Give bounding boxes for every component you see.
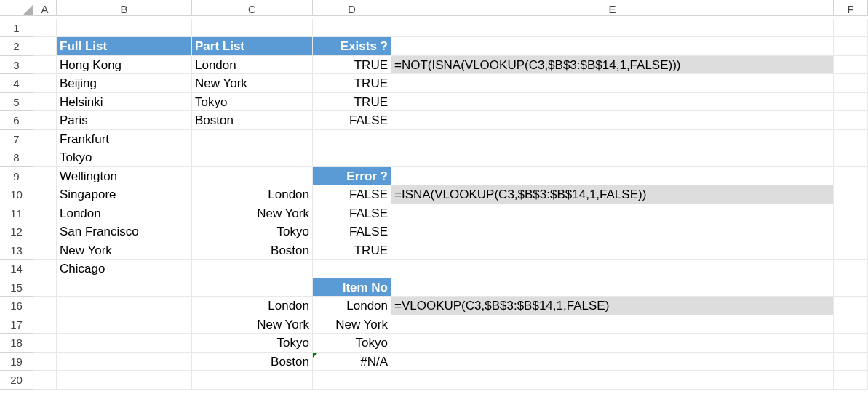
cell-C14[interactable] bbox=[192, 260, 313, 278]
cell-F17[interactable] bbox=[834, 315, 868, 334]
cell-F12[interactable] bbox=[834, 222, 868, 241]
cell-D3[interactable]: TRUE bbox=[313, 56, 391, 75]
cell-A20[interactable] bbox=[33, 371, 57, 390]
cell-E3[interactable]: =NOT(ISNA(VLOOKUP(C3,$B$3:$B$14,1,FALSE)… bbox=[391, 56, 834, 75]
cell-A13[interactable] bbox=[33, 241, 57, 260]
cell-A7[interactable] bbox=[33, 130, 57, 149]
cell-E20[interactable] bbox=[391, 371, 834, 390]
row-header-3[interactable]: 3 bbox=[0, 56, 33, 75]
cell-A4[interactable] bbox=[33, 74, 57, 93]
cell-B6[interactable]: Paris bbox=[57, 111, 192, 130]
cell-F11[interactable] bbox=[834, 204, 868, 223]
cell-A5[interactable] bbox=[33, 93, 57, 112]
cell-C16[interactable]: London bbox=[192, 297, 313, 315]
cell-E4[interactable] bbox=[391, 74, 834, 93]
cell-B13[interactable]: New York bbox=[57, 241, 192, 260]
col-header-A[interactable]: A bbox=[33, 0, 57, 16]
cell-D13[interactable]: TRUE bbox=[313, 241, 391, 260]
cell-F5[interactable] bbox=[834, 93, 868, 112]
cell-C11[interactable]: New York bbox=[192, 204, 313, 223]
cell-C10[interactable]: London bbox=[192, 185, 313, 204]
cell-A11[interactable] bbox=[33, 204, 57, 223]
cell-A2[interactable] bbox=[33, 37, 57, 56]
cell-F10[interactable] bbox=[834, 185, 868, 204]
cell-E10[interactable]: =ISNA(VLOOKUP(C3,$B$3:$B$14,1,FALSE)) bbox=[391, 185, 834, 204]
cell-F16[interactable] bbox=[834, 297, 868, 315]
cell-A19[interactable] bbox=[33, 353, 57, 371]
cell-B3[interactable]: Hong Kong bbox=[57, 56, 192, 75]
cell-F14[interactable] bbox=[834, 260, 868, 278]
cell-C12[interactable]: Tokyo bbox=[192, 222, 313, 241]
cell-A18[interactable] bbox=[33, 334, 57, 353]
cell-E16[interactable]: =VLOOKUP(C3,$B$3:$B$14,1,FALSE) bbox=[391, 297, 834, 315]
row-header-16[interactable]: 16 bbox=[0, 297, 33, 315]
cell-F1[interactable] bbox=[834, 19, 868, 38]
cell-E6[interactable] bbox=[391, 111, 834, 130]
cell-E8[interactable] bbox=[391, 148, 834, 167]
row-header-8[interactable]: 8 bbox=[0, 148, 33, 167]
select-all-corner[interactable] bbox=[0, 0, 33, 16]
cell-E13[interactable] bbox=[391, 241, 834, 260]
cell-A9[interactable] bbox=[33, 167, 57, 186]
cell-B1[interactable] bbox=[57, 19, 192, 38]
cell-C5[interactable]: Tokyo bbox=[192, 93, 313, 112]
cell-B16[interactable] bbox=[57, 297, 192, 315]
cell-B12[interactable]: San Francisco bbox=[57, 222, 192, 241]
cell-E2[interactable] bbox=[391, 37, 834, 56]
row-header-4[interactable]: 4 bbox=[0, 74, 33, 93]
cell-F19[interactable] bbox=[834, 353, 868, 371]
cell-D17[interactable]: New York bbox=[313, 315, 391, 334]
cell-D1[interactable] bbox=[313, 19, 391, 38]
cell-F7[interactable] bbox=[834, 130, 868, 149]
cell-C1[interactable] bbox=[192, 19, 313, 38]
cell-D4[interactable]: TRUE bbox=[313, 74, 391, 93]
cell-E14[interactable] bbox=[391, 260, 834, 278]
row-header-20[interactable]: 20 bbox=[0, 371, 33, 390]
col-header-D[interactable]: D bbox=[313, 0, 391, 16]
cell-A10[interactable] bbox=[33, 185, 57, 204]
cell-A3[interactable] bbox=[33, 56, 57, 75]
cell-D15[interactable]: Item No bbox=[313, 278, 391, 297]
cell-B7[interactable]: Frankfurt bbox=[57, 130, 192, 149]
cell-C7[interactable] bbox=[192, 130, 313, 149]
cell-D2[interactable]: Exists ? bbox=[313, 37, 391, 56]
cell-D12[interactable]: FALSE bbox=[313, 222, 391, 241]
cell-C3[interactable]: London bbox=[192, 56, 313, 75]
cell-E18[interactable] bbox=[391, 334, 834, 353]
cell-B20[interactable] bbox=[57, 371, 192, 390]
cell-E15[interactable] bbox=[391, 278, 834, 297]
cell-F3[interactable] bbox=[834, 56, 868, 75]
spreadsheet-grid[interactable]: A B C D E F 1 2 Full List Part List Exis… bbox=[0, 0, 868, 390]
row-header-19[interactable]: 19 bbox=[0, 353, 33, 371]
row-header-13[interactable]: 13 bbox=[0, 241, 33, 260]
cell-B11[interactable]: London bbox=[57, 204, 192, 223]
cell-C2[interactable]: Part List bbox=[192, 37, 313, 56]
cell-F6[interactable] bbox=[834, 111, 868, 130]
cell-C17[interactable]: New York bbox=[192, 315, 313, 334]
row-header-1[interactable]: 1 bbox=[0, 19, 33, 38]
cell-B18[interactable] bbox=[57, 334, 192, 353]
row-header-9[interactable]: 9 bbox=[0, 167, 33, 186]
cell-C4[interactable]: New York bbox=[192, 74, 313, 93]
cell-E9[interactable] bbox=[391, 167, 834, 186]
cell-B8[interactable]: Tokyo bbox=[57, 148, 192, 167]
cell-E5[interactable] bbox=[391, 93, 834, 112]
cell-D10[interactable]: FALSE bbox=[313, 185, 391, 204]
cell-D9[interactable]: Error ? bbox=[313, 167, 391, 186]
row-header-15[interactable]: 15 bbox=[0, 278, 33, 297]
col-header-E[interactable]: E bbox=[391, 0, 834, 16]
cell-F20[interactable] bbox=[834, 371, 868, 390]
cell-C20[interactable] bbox=[192, 371, 313, 390]
cell-B5[interactable]: Helsinki bbox=[57, 93, 192, 112]
row-header-17[interactable]: 17 bbox=[0, 315, 33, 334]
cell-C18[interactable]: Tokyo bbox=[192, 334, 313, 353]
cell-D19[interactable]: #N/A bbox=[313, 353, 391, 371]
cell-A17[interactable] bbox=[33, 315, 57, 334]
cell-A14[interactable] bbox=[33, 260, 57, 278]
cell-D6[interactable]: FALSE bbox=[313, 111, 391, 130]
row-header-5[interactable]: 5 bbox=[0, 93, 33, 112]
cell-D7[interactable] bbox=[313, 130, 391, 149]
cell-E19[interactable] bbox=[391, 353, 834, 371]
row-header-14[interactable]: 14 bbox=[0, 260, 33, 278]
cell-C13[interactable]: Boston bbox=[192, 241, 313, 260]
